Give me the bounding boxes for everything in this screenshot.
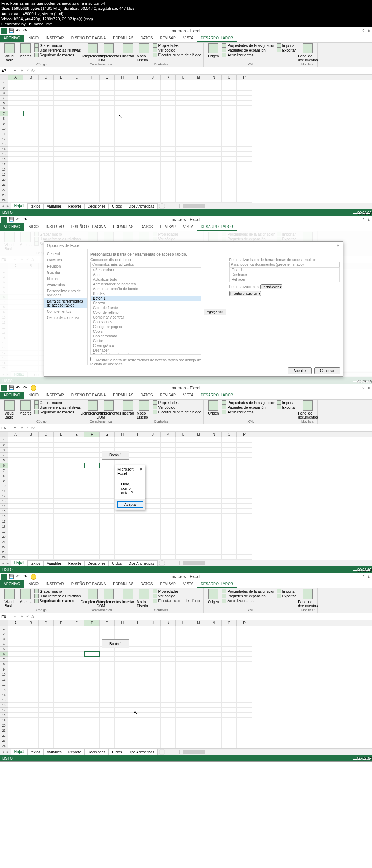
cell-M16[interactable] <box>191 157 206 162</box>
cell-P7[interactable] <box>237 111 252 116</box>
cell-B12[interactable] <box>23 682 39 687</box>
cell-A1[interactable] <box>8 626 23 631</box>
cell-K22[interactable] <box>161 733 176 738</box>
sheet-nav-prev[interactable]: ◄ <box>1 204 5 208</box>
cell-E24[interactable] <box>69 197 84 203</box>
cell-E15[interactable] <box>69 697 84 703</box>
cell-L1[interactable] <box>176 626 191 631</box>
cell-A23[interactable] <box>8 549 23 555</box>
cell-M3[interactable] <box>191 636 206 641</box>
cell-I1[interactable] <box>130 626 145 631</box>
command-item[interactable]: Crear gráfico <box>91 343 201 348</box>
cell-J2[interactable] <box>145 85 161 91</box>
cell-G24[interactable] <box>100 197 115 203</box>
col-header-N[interactable]: N <box>206 75 222 80</box>
cell-E13[interactable] <box>69 499 84 504</box>
cell-M17[interactable] <box>191 708 206 713</box>
cell-P9[interactable] <box>237 478 252 483</box>
cell-E23[interactable] <box>69 192 84 197</box>
cell-A23[interactable] <box>8 192 23 197</box>
row-header-6[interactable]: 6 <box>0 463 8 468</box>
cell-D19[interactable] <box>54 529 69 534</box>
cell-O24[interactable] <box>222 197 237 203</box>
cell-I23[interactable] <box>130 738 145 743</box>
cell-L6[interactable] <box>176 106 191 111</box>
cell-G21[interactable] <box>100 182 115 187</box>
cell-F17[interactable] <box>84 162 100 167</box>
cell-K15[interactable] <box>161 697 176 703</box>
cell-M24[interactable] <box>191 197 206 203</box>
cell-J24[interactable] <box>145 743 161 748</box>
command-item[interactable]: Conexiones <box>91 320 201 324</box>
cell-E6[interactable] <box>69 106 84 111</box>
col-header-K[interactable]: K <box>161 75 176 80</box>
cell-P24[interactable] <box>237 197 252 203</box>
formula-input[interactable] <box>37 424 372 431</box>
cell-F22[interactable] <box>84 187 100 192</box>
row-header-14[interactable]: 14 <box>0 504 8 509</box>
cell-J8[interactable] <box>145 473 161 478</box>
insert-control[interactable]: Insertar <box>121 400 135 415</box>
cell-P20[interactable] <box>237 534 252 539</box>
sheet-tab-decisiones[interactable]: Decisiones <box>84 749 109 755</box>
cell-O7[interactable] <box>222 657 237 662</box>
sheet-tab-decisiones[interactable]: Decisiones <box>84 203 109 209</box>
cell-F18[interactable] <box>84 524 100 529</box>
cell-E23[interactable] <box>69 549 84 555</box>
cell-B15[interactable] <box>23 509 39 514</box>
cell-F3[interactable] <box>84 448 100 453</box>
cell-L13[interactable] <box>176 141 191 147</box>
cell-A5[interactable] <box>8 101 23 106</box>
cell-C21[interactable] <box>39 182 54 187</box>
cell-P12[interactable] <box>237 493 252 499</box>
cell-N19[interactable] <box>206 529 222 534</box>
cell-P19[interactable] <box>237 718 252 723</box>
cell-H10[interactable] <box>115 126 130 131</box>
cell-H21[interactable] <box>115 728 130 733</box>
cell-H1[interactable] <box>115 437 130 443</box>
options-nav-item[interactable]: Fórmulas <box>44 257 87 263</box>
cell-H23[interactable] <box>115 192 130 197</box>
row-header-19[interactable]: 19 <box>0 718 8 723</box>
tab-desarrollador[interactable]: DESARROLLADOR <box>197 392 237 399</box>
cell-M3[interactable] <box>191 448 206 453</box>
cell-G11[interactable] <box>100 488 115 493</box>
cell-P12[interactable] <box>237 136 252 141</box>
cell-H23[interactable] <box>115 738 130 743</box>
refresh-data[interactable]: Actualizar datos <box>222 410 275 414</box>
cell-P4[interactable] <box>237 453 252 458</box>
cell-L20[interactable] <box>176 534 191 539</box>
row-header-11[interactable]: 11 <box>0 131 8 136</box>
cell-D17[interactable] <box>54 708 69 713</box>
cell-C12[interactable] <box>39 493 54 499</box>
cell-C23[interactable] <box>39 549 54 555</box>
cell-H5[interactable] <box>115 101 130 106</box>
cell-M22[interactable] <box>191 544 206 549</box>
cell-E11[interactable] <box>69 131 84 136</box>
cell-K22[interactable] <box>161 187 176 192</box>
cell-F21[interactable] <box>84 539 100 544</box>
cell-J19[interactable] <box>145 172 161 177</box>
cell-C16[interactable] <box>39 703 54 708</box>
cell-J23[interactable] <box>145 192 161 197</box>
cell-I21[interactable] <box>130 182 145 187</box>
cell-B18[interactable] <box>23 524 39 529</box>
cell-M2[interactable] <box>191 85 206 91</box>
cell-B5[interactable] <box>23 101 39 106</box>
cell-L5[interactable] <box>176 647 191 652</box>
col-header-I[interactable]: I <box>130 432 145 437</box>
cell-B10[interactable] <box>23 126 39 131</box>
cell-N17[interactable] <box>206 162 222 167</box>
cell-O2[interactable] <box>222 85 237 91</box>
cell-A18[interactable] <box>8 524 23 529</box>
undo-icon[interactable]: ↶ <box>16 28 22 34</box>
cell-F8[interactable] <box>84 662 100 667</box>
cell-F17[interactable] <box>84 519 100 524</box>
cell-D17[interactable] <box>54 519 69 524</box>
cell-N24[interactable] <box>206 197 222 203</box>
tab-archivo[interactable]: ARCHIVO <box>0 392 24 399</box>
cell-I16[interactable] <box>130 157 145 162</box>
cell-N14[interactable] <box>206 692 222 697</box>
redo-icon[interactable]: ↷ <box>23 217 29 223</box>
cell-I23[interactable] <box>130 549 145 555</box>
